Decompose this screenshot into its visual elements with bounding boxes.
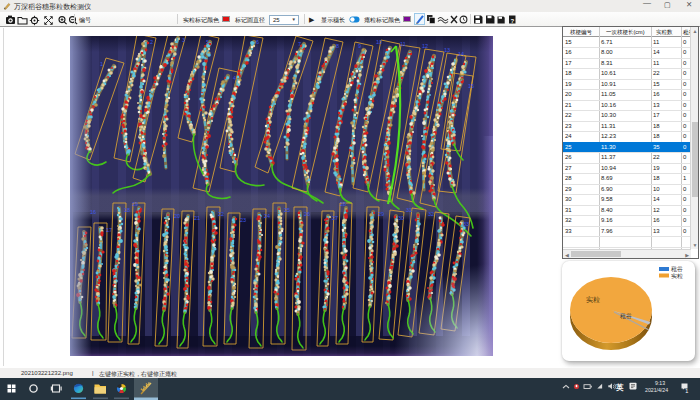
svg-text:21: 21 <box>194 215 200 221</box>
svg-text:R: R <box>490 18 494 24</box>
svg-text:9: 9 <box>358 43 361 49</box>
svg-text:实粒: 实粒 <box>671 273 683 279</box>
svg-text:2021/4/24: 2021/4/24 <box>645 387 668 393</box>
svg-text:7: 7 <box>298 41 301 47</box>
svg-text:20: 20 <box>174 213 180 219</box>
svg-text:实粒: 实粒 <box>586 296 600 303</box>
svg-text:27: 27 <box>332 215 338 221</box>
svg-text:?: ? <box>511 18 515 24</box>
svg-text:英: 英 <box>615 383 624 392</box>
svg-text:10: 10 <box>376 39 382 45</box>
svg-text:26: 26 <box>304 211 310 217</box>
svg-text:5: 5 <box>206 39 209 45</box>
svg-text:13: 13 <box>444 47 450 53</box>
svg-text:11: 11 <box>400 41 406 47</box>
svg-text:12: 12 <box>422 43 428 49</box>
svg-text:9:13: 9:13 <box>655 380 665 386</box>
svg-text:3: 3 <box>182 37 185 43</box>
svg-text:4: 4 <box>233 75 236 81</box>
svg-text:24: 24 <box>264 213 270 219</box>
svg-text:25: 25 <box>284 207 290 213</box>
svg-text:1: 1 <box>100 61 103 67</box>
svg-text:17: 17 <box>106 227 112 233</box>
svg-text:秕谷: 秕谷 <box>620 313 632 320</box>
svg-text:6: 6 <box>256 39 259 45</box>
svg-text:15: 15 <box>468 83 474 89</box>
svg-text:18: 18 <box>124 207 130 213</box>
svg-text:23: 23 <box>240 217 246 223</box>
svg-text:2: 2 <box>150 39 153 45</box>
svg-text:28: 28 <box>340 201 346 207</box>
svg-text:14: 14 <box>458 51 464 57</box>
svg-text:31: 31 <box>406 207 412 213</box>
svg-text:8: 8 <box>336 43 339 49</box>
svg-text:19: 19 <box>132 201 138 207</box>
svg-text:1: 1 <box>685 388 688 394</box>
svg-text:22: 22 <box>218 211 224 217</box>
